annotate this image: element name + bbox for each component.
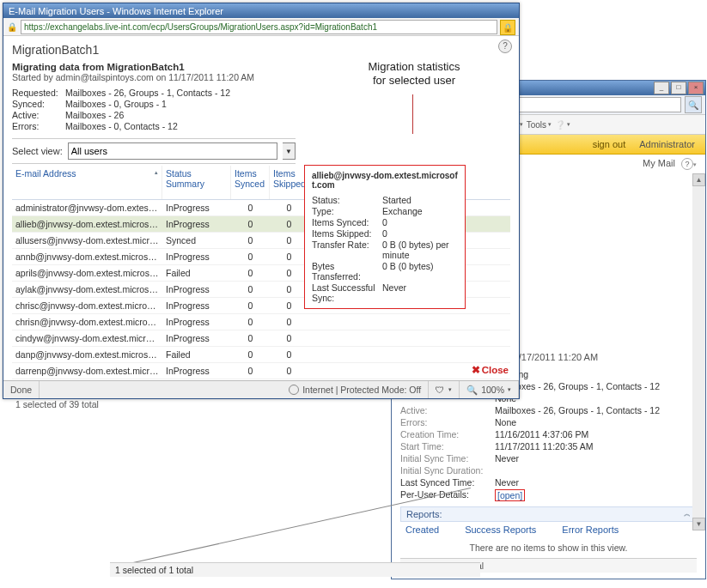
reports-empty: There are no items to show in this view.: [400, 537, 697, 558]
table-row[interactable]: danp@jnvwsy-dom.extest.microsoft.comFail…: [12, 347, 510, 363]
col-skipped[interactable]: Items Skipped: [270, 166, 308, 199]
table-row[interactable]: chrisn@jnvwsy-dom.extest.microsoft.comIn…: [12, 314, 510, 330]
help-icon[interactable]: ❔▾: [555, 120, 570, 130]
col-synced[interactable]: Items Synced: [231, 166, 270, 199]
help-icon[interactable]: ?: [681, 158, 693, 170]
status-zoom[interactable]: 🔍100% ▾: [460, 381, 519, 398]
close-icon: ✖: [472, 365, 480, 375]
reports-success-link[interactable]: Success Reports: [465, 524, 536, 535]
dialog-title: E-Mail Migration Users - Windows Interne…: [3, 3, 519, 18]
sign-out-link[interactable]: sign out: [593, 139, 626, 149]
table-row[interactable]: darrenp@jnvwsy-dom.extest.microsoft.comI…: [12, 363, 510, 379]
reports-created-link[interactable]: Created: [405, 524, 439, 535]
max-button[interactable]: □: [671, 82, 686, 94]
security-lock-icon[interactable]: 🔒: [500, 20, 515, 35]
stats-grid: Requested:Mailboxes - 26, Groups - 1, Co…: [12, 88, 510, 131]
per-user-open-link[interactable]: [open]: [497, 490, 522, 500]
globe-icon: [289, 385, 299, 395]
detail-user-email: allieb@jnvwsy-dom.extest.microsoft.com: [312, 171, 458, 190]
selection-bar: 1 selected of 1 total: [110, 562, 480, 577]
lock-icon: 🔒: [7, 22, 17, 32]
table-row[interactable]: cindyw@jnvwsy-dom.extest.microsoft.comIn…: [12, 330, 510, 347]
address-bar: 🔒 ↻: [3, 18, 519, 36]
reports-header[interactable]: Reports:︽: [400, 506, 697, 522]
user-role: Administrator: [639, 139, 695, 149]
close-link[interactable]: ✖Close: [472, 364, 509, 376]
col-status[interactable]: Status Summary: [162, 166, 231, 199]
close-button[interactable]: ×: [688, 82, 704, 94]
scroll-up-icon[interactable]: ▲: [692, 173, 705, 186]
dialog-content: ? MigrationBatch1 Migrating data from Mi…: [3, 36, 519, 412]
tools-menu[interactable]: Tools▾: [527, 120, 552, 130]
scrollbar[interactable]: ▲ ▼: [692, 173, 705, 530]
url-input[interactable]: [21, 20, 497, 34]
status-zone: Internet | Protected Mode: Off: [282, 381, 429, 398]
col-email[interactable]: E-mail Address▴: [12, 166, 162, 199]
view-selector-row: Select view: ▼: [12, 138, 296, 164]
user-detail-pane: allieb@jnvwsy-dom.extest.microsoft.com S…: [304, 165, 466, 309]
status-bar: Done Internet | Protected Mode: Off 🛡▾ 🔍…: [3, 380, 519, 398]
scroll-down-icon[interactable]: ▼: [692, 518, 705, 530]
search-go-button[interactable]: 🔍: [685, 96, 702, 113]
chevron-up-icon: ︽: [684, 509, 691, 519]
callout-label: Migration statisticsfor selected user: [345, 60, 483, 88]
view-label: Select view:: [12, 146, 63, 156]
view-select[interactable]: [68, 142, 277, 160]
open-link-box: [open]: [495, 489, 525, 501]
report-tabs: Created Success Reports Error Reports: [400, 522, 697, 537]
help-icon[interactable]: ?: [498, 39, 512, 53]
min-button[interactable]: _: [654, 82, 669, 94]
callout-pointer: [412, 94, 413, 134]
sort-icon: ▴: [155, 169, 158, 176]
reports-error-link[interactable]: Error Reports: [562, 524, 619, 535]
dropdown-icon[interactable]: ▼: [283, 142, 296, 160]
my-mail-link[interactable]: My Mail: [643, 158, 675, 168]
status-done: Done: [3, 381, 40, 398]
status-protected-icon[interactable]: 🛡▾: [429, 381, 460, 398]
batch-name: MigrationBatch1: [12, 43, 510, 57]
